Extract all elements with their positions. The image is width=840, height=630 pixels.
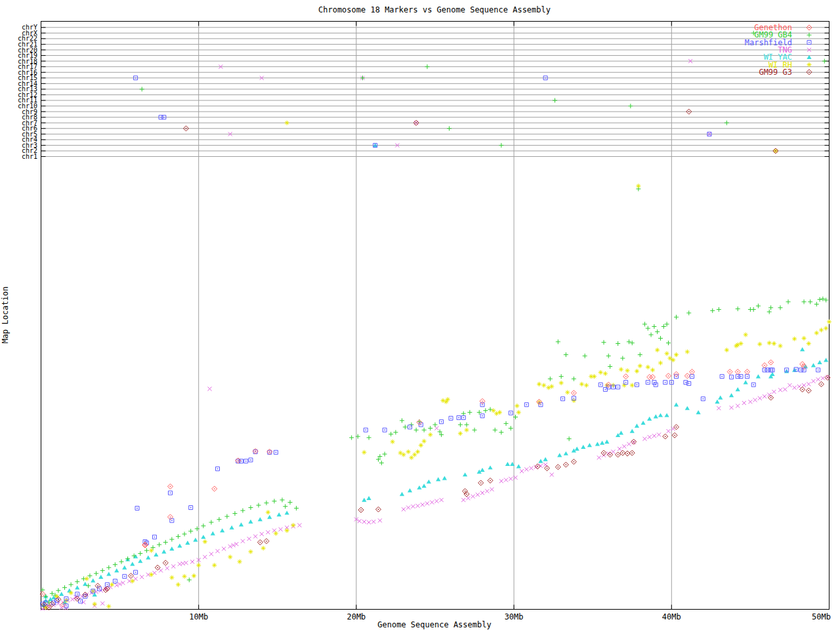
marker-point-dot: [767, 369, 768, 371]
marker-point-dot: [245, 461, 247, 462]
marker-point: [783, 387, 787, 391]
marker-point-dot: [66, 605, 67, 606]
marker-point: [220, 528, 224, 532]
marker-point: [98, 575, 103, 579]
marker-point: [217, 517, 221, 522]
marker-point-dot: [786, 369, 788, 371]
marker-point-dot: [655, 384, 656, 385]
marker-point: [419, 443, 423, 448]
marker-point: [516, 410, 521, 415]
marker-point: [748, 400, 752, 404]
marker-point: [100, 568, 105, 573]
marker-point: [802, 336, 807, 341]
marker-point: [583, 354, 587, 358]
marker-point: [493, 428, 497, 432]
marker-point-dot: [77, 598, 78, 599]
marker-point: [190, 560, 194, 564]
marker-point: [185, 541, 190, 545]
marker-point: [114, 568, 119, 572]
marker-point: [130, 562, 135, 566]
marker-point: [118, 582, 122, 586]
marker-point: [367, 435, 371, 440]
marker-point: [744, 333, 748, 337]
marker-point-dot: [764, 365, 765, 366]
marker-point: [428, 432, 432, 437]
marker-point-dot: [573, 392, 574, 394]
series-tng: [41, 59, 830, 610]
marker-point: [685, 406, 690, 410]
marker-point: [619, 430, 623, 434]
marker-point: [169, 547, 174, 551]
marker-point: [497, 410, 502, 415]
marker-point: [169, 576, 174, 580]
marker-point: [820, 297, 825, 301]
marker-point-dot: [665, 382, 666, 383]
marker-point: [537, 382, 541, 387]
series-gm99-g3: [41, 109, 830, 610]
marker-point: [169, 537, 174, 541]
marker-point: [499, 479, 503, 483]
marker-point: [467, 410, 472, 415]
marker-point: [556, 339, 560, 344]
marker-point: [383, 452, 387, 456]
marker-point: [827, 320, 831, 324]
marker-point: [822, 59, 827, 64]
marker-point: [115, 583, 119, 587]
marker-point: [658, 336, 663, 341]
marker-point: [772, 390, 776, 394]
marker-point: [642, 322, 647, 326]
marker-point: [422, 484, 427, 488]
marker-point-dot: [573, 461, 574, 463]
marker-point-dot: [375, 145, 376, 146]
marker-point: [738, 341, 743, 346]
marker-point: [657, 432, 661, 436]
marker-point: [422, 428, 427, 432]
marker-point-dot: [818, 369, 819, 371]
marker-point: [630, 429, 635, 433]
marker-point: [230, 526, 234, 530]
marker-point-dot: [170, 516, 171, 518]
marker-point-dot: [510, 412, 511, 413]
marker-point-dot: [600, 384, 601, 385]
plot-border-layer: [41, 22, 830, 610]
marker-point-dot: [49, 607, 50, 608]
marker-point: [649, 333, 654, 337]
marker-point: [388, 432, 393, 436]
marker-point: [768, 305, 773, 310]
marker-point: [119, 559, 124, 564]
marker-point-dot: [688, 383, 690, 385]
marker-point: [524, 467, 528, 471]
marker-point: [724, 348, 729, 352]
marker-point: [248, 549, 253, 554]
marker-point-dot: [419, 422, 420, 423]
marker-point-dot: [721, 376, 723, 377]
marker-point-dot: [637, 384, 638, 385]
marker-point-dot: [170, 486, 171, 487]
marker-point: [85, 576, 89, 581]
x-tick-label: 20Mb: [346, 612, 366, 621]
marker-point-dot: [171, 520, 173, 521]
marker-point-dot: [165, 562, 166, 564]
marker-point: [471, 494, 475, 498]
marker-point: [655, 348, 660, 352]
marker-point: [144, 548, 149, 553]
marker-point: [664, 413, 669, 417]
marker-point: [154, 553, 158, 556]
marker-point: [516, 464, 521, 468]
marker-point: [597, 455, 601, 459]
marker-point: [461, 411, 466, 416]
x-tick-label: 40Mb: [662, 612, 681, 621]
marker-point: [611, 450, 615, 453]
marker-point-dot: [631, 452, 633, 453]
marker-point-dot: [764, 369, 765, 371]
marker-point: [696, 410, 701, 414]
marker-point: [458, 431, 463, 436]
marker-point-dot: [124, 576, 125, 577]
marker-point: [176, 582, 180, 587]
marker-point: [543, 457, 548, 461]
marker-point: [793, 386, 797, 390]
marker-point: [188, 529, 193, 534]
marker-point-dot: [186, 128, 187, 129]
marker-point: [640, 421, 645, 425]
marker-point: [800, 347, 805, 351]
